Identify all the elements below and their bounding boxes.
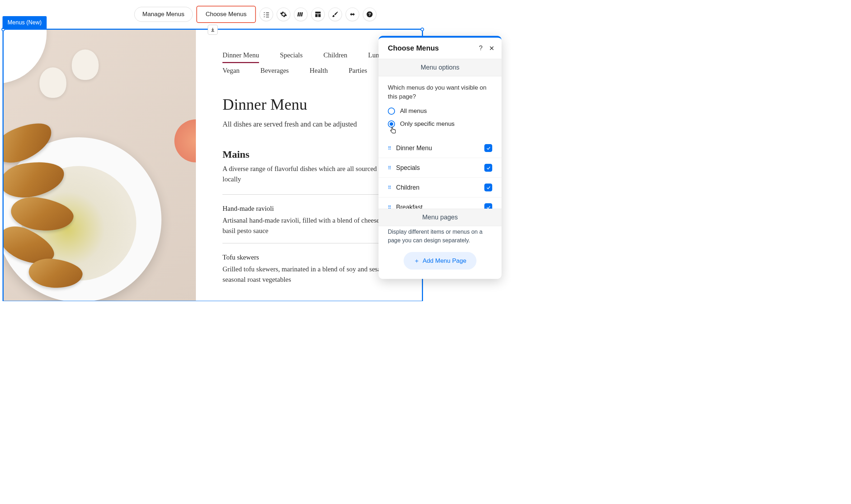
cursor-hand-icon — [389, 126, 397, 135]
menu-item-label: Children — [396, 184, 419, 191]
brush-icon[interactable] — [328, 8, 342, 21]
top-toolbar: Manage Menus Choose Menus ? — [134, 6, 377, 23]
tab-vegan[interactable]: Vegan — [222, 67, 239, 77]
menu-list: ⠿ Dinner Menu ⠿ Specials ⠿ Children ⠿ Br… — [379, 135, 502, 209]
download-handle[interactable] — [208, 25, 218, 35]
radio-icon — [388, 120, 395, 128]
drag-handle-icon[interactable]: ⠿ — [388, 205, 391, 209]
tab-health[interactable]: Health — [310, 67, 328, 77]
checklist-icon[interactable] — [259, 8, 273, 21]
tab-specials[interactable]: Specials — [280, 51, 302, 63]
menu-item-label: Dinner Menu — [396, 144, 432, 152]
menu-item-children[interactable]: ⠿ Children — [379, 178, 502, 198]
section-mains-desc: A diverse range of flavorful dishes whic… — [222, 164, 404, 184]
dish-tofu: Tofu skewers Grilled tofu skewers, marin… — [222, 243, 404, 292]
svg-text:?: ? — [368, 12, 371, 16]
tab-parties[interactable]: Parties — [349, 67, 367, 77]
menu-item-breakfast[interactable]: ⠿ Breakfast — [379, 198, 502, 209]
plus-icon: ＋ — [414, 257, 420, 265]
dish-ravioli: Hand-made ravioli Artisanal hand-made ra… — [222, 194, 404, 243]
section-mains-title: Mains — [222, 149, 404, 160]
menu-item-dinner[interactable]: ⠿ Dinner Menu — [379, 138, 502, 158]
add-menu-page-button[interactable]: ＋ Add Menu Page — [404, 252, 476, 270]
dish-name: Tofu skewers — [222, 253, 404, 261]
add-page-label: Add Menu Page — [423, 257, 466, 265]
layout-icon[interactable] — [311, 8, 325, 21]
panel-section-options: Menu options — [379, 59, 502, 76]
menu-item-label: Breakfast — [396, 204, 423, 209]
dish-desc: Grilled tofu skewers, marinated in a ble… — [222, 264, 404, 285]
dish-name: Hand-made ravioli — [222, 205, 404, 213]
settings-icon[interactable] — [277, 8, 290, 21]
panel-pages-desc: Display different items or menus on a pa… — [388, 226, 492, 252]
selection-label: Menus (New) — [3, 16, 47, 29]
panel-section-pages: Menu pages — [379, 209, 502, 226]
checkbox-children[interactable] — [484, 184, 492, 191]
radio-icon — [388, 108, 395, 115]
radio-specific-menus[interactable]: Only specific menus — [388, 120, 492, 128]
radio-label: All menus — [400, 108, 427, 115]
panel-header: Choose Menus ? ✕ — [379, 38, 502, 59]
menu-title: Dinner Menu — [222, 95, 404, 114]
drag-handle-icon[interactable]: ⠿ — [388, 185, 391, 190]
panel-close-icon[interactable]: ✕ — [489, 44, 494, 52]
menu-tabs: Dinner Menu Specials Children Lunch Vega… — [222, 51, 404, 77]
tab-beverages[interactable]: Beverages — [260, 67, 289, 77]
menu-item-specials[interactable]: ⠿ Specials — [379, 158, 502, 178]
panel-question: Which menus do you want visible on this … — [388, 84, 492, 101]
tab-dinner[interactable]: Dinner Menu — [222, 51, 259, 63]
manage-menus-button[interactable]: Manage Menus — [134, 7, 193, 22]
panel-help-icon[interactable]: ? — [479, 44, 483, 52]
stretch-icon[interactable] — [345, 8, 359, 21]
checkbox-specials[interactable] — [484, 164, 492, 172]
tab-children[interactable]: Children — [324, 51, 348, 63]
drag-handle-icon[interactable]: ⠿ — [388, 165, 391, 171]
radio-label: Only specific menus — [400, 120, 455, 128]
menu-subtitle: All dishes are served fresh and can be a… — [222, 119, 404, 129]
radio-all-menus[interactable]: All menus — [388, 108, 492, 115]
dish-desc: Artisanal hand-made ravioli, filled with… — [222, 215, 404, 236]
drag-handle-icon[interactable]: ⠿ — [388, 146, 391, 151]
layers-icon[interactable] — [294, 8, 307, 21]
menu-canvas: Dinner Menu Specials Children Lunch Vega… — [4, 30, 422, 301]
menu-item-label: Specials — [396, 164, 420, 172]
choose-menus-panel: Choose Menus ? ✕ Menu options Which menu… — [379, 36, 502, 279]
choose-menus-button[interactable]: Choose Menus — [196, 6, 256, 23]
checkbox-breakfast[interactable] — [484, 203, 492, 209]
checkbox-dinner[interactable] — [484, 144, 492, 152]
help-icon[interactable]: ? — [363, 8, 376, 21]
panel-title: Choose Menus — [388, 44, 439, 52]
hero-food-image — [4, 30, 196, 301]
